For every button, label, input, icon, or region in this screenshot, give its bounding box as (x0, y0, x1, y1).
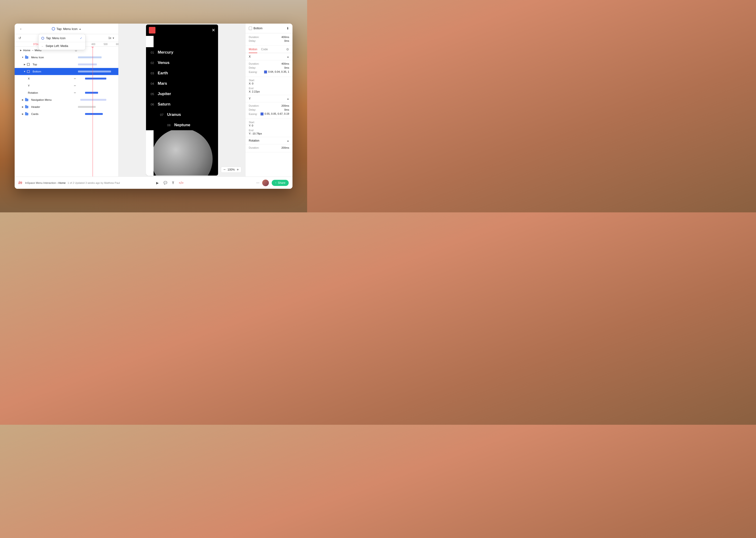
interaction-title-dropdown[interactable]: Tap: Menu Icon ▲ (52, 27, 81, 31)
x-delay-value: 0ms (284, 66, 289, 69)
x-easing-label: Easing: (249, 71, 258, 74)
breadcrumb-project: InSpace Menu Interaction (25, 182, 56, 184)
tree-row-bottom[interactable]: ▼ Bottom (15, 68, 118, 75)
tree-timeline-cards (78, 110, 118, 118)
breadcrumb: InSpace Menu Interaction › Home (25, 182, 66, 184)
play-button[interactable]: ▶ (156, 181, 159, 185)
speed-arrow-icon: ▼ (112, 37, 115, 39)
menu-label-mars: Mars (158, 81, 167, 86)
bottom-actions: ▶ 💬 T </> (156, 181, 184, 185)
tree-row-top[interactable]: ▶ Top (15, 61, 118, 68)
tree-label-bottom: Bottom (32, 70, 41, 73)
code-button[interactable]: </> (179, 181, 184, 185)
menu-item-saturn[interactable]: 06 Saturn (146, 99, 218, 109)
menu-item-neptune[interactable]: 08 Neptune (146, 120, 218, 130)
axis-x-detail: Duration: 400ms Delay: 0ms Easing: 0.64,… (245, 60, 292, 77)
rp-duration-section: Duration: 400ms Delay: 0ms (245, 33, 292, 46)
menu-num-5: 05 (151, 92, 158, 96)
zoom-minus-button[interactable]: − (223, 168, 225, 172)
tree-timeline-rotation (78, 89, 118, 96)
expand-icon-top: ▶ (23, 63, 26, 66)
tab-code[interactable]: Code (261, 46, 268, 53)
x-easing-value: 0.64, 0.04, 0.35, 1 (264, 70, 289, 74)
menu-item-mars[interactable]: 04 Mars (146, 78, 218, 89)
rp-delay-value: 0ms (284, 39, 289, 42)
x-start-value: X: 0 (249, 82, 289, 85)
tree-row-navigation-menu[interactable]: ▶ Navigation Menu (15, 96, 118, 103)
axis-rotation-header[interactable]: Rotation ▲ (245, 137, 292, 144)
more-button[interactable]: ··· (256, 181, 259, 185)
expand-icon-header: ▶ (21, 105, 24, 108)
menu-label-neptune: Neptune (174, 123, 190, 128)
download-icon[interactable]: ⬇ (286, 27, 289, 30)
y-end-label: End (249, 129, 289, 132)
menu-item-uranus[interactable]: 07 Uranus (146, 109, 218, 120)
y-duration-value: 200ms (282, 104, 289, 107)
menu-num-3: 03 (151, 72, 158, 75)
menu-item-venus[interactable]: 02 Venus (146, 58, 218, 68)
menu-num-6: 06 (151, 103, 158, 106)
axis-y-header[interactable]: Y ▲ (245, 95, 292, 102)
dropdown-item-swipe-left[interactable]: ← Swipe Left: Media (38, 42, 85, 50)
axis-x-label: X (249, 55, 251, 58)
back-button[interactable]: ‹ (19, 27, 23, 31)
text-button[interactable]: T (172, 181, 174, 185)
refresh-icon[interactable]: ↺ (19, 36, 21, 40)
menu-item-jupiter[interactable]: 05 Jupiter (146, 89, 218, 99)
right-panel: Bottom ⬇ Duration: 400ms Delay: 0ms Moti… (245, 24, 292, 177)
left-panel: ‹ Tap: Menu Icon ▲ Tap: Menu Icon ✓ (15, 24, 119, 177)
tree-label-top: Top (32, 63, 37, 66)
y-delay-value: 0ms (284, 108, 289, 111)
rp-duration-label: Duration: (249, 36, 259, 38)
rp-header: Bottom ⬇ (245, 24, 292, 33)
tree-row-y[interactable]: Y ✏ (15, 82, 118, 89)
tree-label-rotation: Rotation (28, 91, 38, 94)
comment-button[interactable]: 💬 (163, 181, 167, 185)
y-duration-label: Duration: (249, 104, 259, 107)
bb-right: ··· ↑ Share (256, 180, 289, 186)
zoom-plus-button[interactable]: + (237, 168, 239, 172)
gear-icon[interactable]: ⚙ (286, 47, 289, 51)
rp-header-title-text: Bottom (254, 27, 263, 30)
axis-y-start-end: Start Y: 0 End Y: -10.78px (245, 119, 292, 137)
tab-motion[interactable]: Motion (249, 46, 257, 53)
tree-timeline-x (78, 75, 118, 82)
pencil-icon-rotation: ✏ (74, 91, 76, 94)
axis-rotation-label: Rotation (249, 139, 259, 142)
tree-row-cards[interactable]: ▶ Cards (15, 110, 118, 118)
tree-label-nav: Navigation Menu (31, 98, 51, 101)
planet-circle (151, 128, 213, 176)
rp-tabs: Motion Code ⚙ (245, 46, 292, 53)
share-icon: ↑ (275, 181, 277, 185)
expand-icon-nav: ▶ (21, 98, 24, 101)
dropdown-item-tap-menu[interactable]: Tap: Menu Icon ✓ (38, 34, 85, 42)
tree-row-rotation[interactable]: Rotation ✏ (15, 89, 118, 96)
tree-row-x[interactable]: X ✏ (15, 75, 118, 82)
expand-icon-menu: ▼ (21, 56, 24, 59)
rotation-duration-label: Duration: (249, 146, 259, 149)
planet-menu: 01 Mercury 02 Venus 03 Earth 04 Mars (146, 47, 218, 130)
y-end-value: Y: -10.78px (249, 132, 289, 135)
x-duration-label: Duration: (249, 62, 259, 65)
tree-timeline-y (78, 82, 118, 89)
easing-box-x[interactable] (264, 70, 267, 74)
share-button[interactable]: ↑ Share (272, 180, 289, 186)
menu-num-8: 08 (167, 124, 174, 127)
axis-x-header[interactable]: X ▲ (245, 53, 292, 60)
menu-item-earth[interactable]: 03 Earth (146, 68, 218, 78)
tree-row-header[interactable]: ▶ Header (15, 103, 118, 110)
title-arrow-icon: ▲ (79, 27, 81, 30)
speed-selector[interactable]: 1x (108, 36, 111, 40)
menu-item-mercury[interactable]: 01 Mercury (146, 47, 218, 58)
menu-label-jupiter: Jupiter (158, 91, 171, 96)
menu-label-uranus: Uranus (167, 112, 181, 117)
tree-row-menu-icon[interactable]: ▼ Menu Icon (15, 54, 118, 61)
menu-label-venus: Venus (158, 60, 170, 65)
easing-box-y[interactable] (260, 112, 264, 116)
red-square-logo (149, 27, 156, 33)
close-button[interactable]: ✕ (212, 27, 215, 33)
folder-icon-nav (25, 99, 29, 101)
menu-label-saturn: Saturn (158, 102, 170, 107)
axis-x-start-end: Start X: 0 End X: 2.22px (245, 77, 292, 95)
menu-num-7: 07 (160, 113, 167, 117)
